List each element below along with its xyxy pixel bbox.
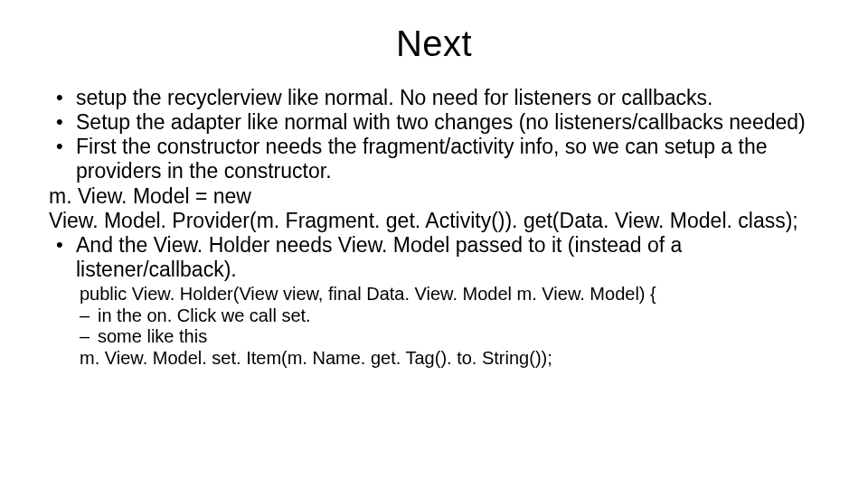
slide-title: Next <box>49 23 819 64</box>
sub-code-line: m. View. Model. set. Item(m. Name. get. … <box>80 348 819 370</box>
bullet-item: And the View. Holder needs View. Model p… <box>49 233 819 282</box>
bullet-item: First the constructor needs the fragment… <box>49 135 819 183</box>
code-line: m. View. Model = new <box>49 184 819 209</box>
bullet-list: setup the recyclerview like normal. No n… <box>49 86 819 282</box>
sub-bullet-item: some like this <box>80 326 819 348</box>
bullet-item: setup the recyclerview like normal. No n… <box>49 86 819 110</box>
code-line: View. Model. Provider(m. Fragment. get. … <box>49 209 819 233</box>
slide-body: setup the recyclerview like normal. No n… <box>49 86 819 369</box>
sub-block: public View. Holder(View view, final Dat… <box>49 284 819 369</box>
sub-bullet-item: in the on. Click we call set. <box>80 305 819 327</box>
slide: Next setup the recyclerview like normal.… <box>0 0 868 488</box>
bullet-item: Setup the adapter like normal with two c… <box>49 110 819 135</box>
sub-code-line: public View. Holder(View view, final Dat… <box>80 284 819 305</box>
